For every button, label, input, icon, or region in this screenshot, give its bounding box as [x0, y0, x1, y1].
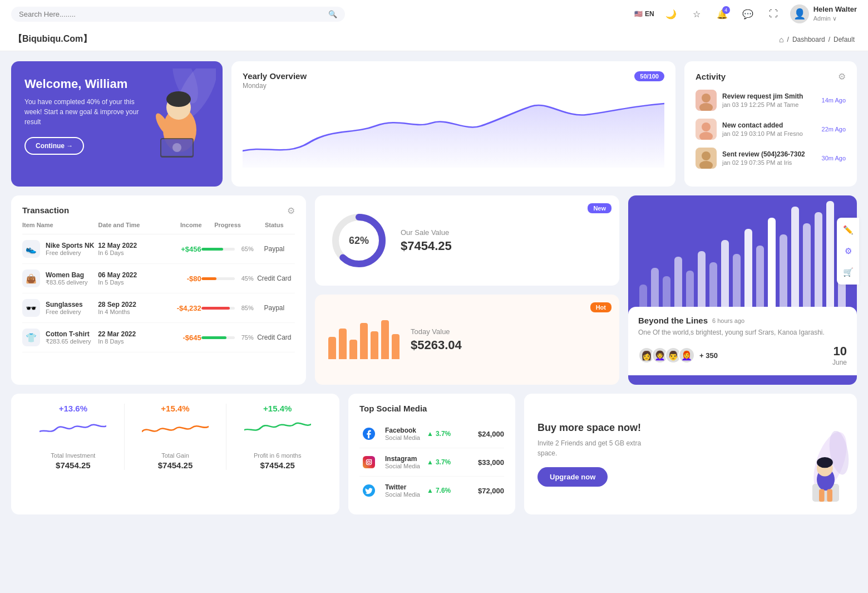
progress-fill	[201, 336, 226, 339]
item-icon: 👜	[22, 269, 40, 287]
activity-info-1: Review request jim Smith jan 03 19 12:25…	[722, 92, 816, 108]
avatar-4: 👩‍🦰	[678, 347, 695, 364]
row-1: Welcome, William You have completed 40% …	[11, 61, 857, 187]
stat-pct: +15.4%	[130, 404, 221, 413]
search-input[interactable]	[19, 10, 324, 18]
social-header: Top Social Media	[359, 404, 504, 413]
social-amount: $24,000	[478, 430, 504, 438]
stat-item: +15.4% Total Gain $7454.25	[125, 404, 227, 470]
progress-pct: 45%	[238, 275, 254, 282]
user-name: Helen Walter	[813, 5, 857, 14]
svg-point-31	[817, 457, 833, 468]
item-details: Nike Sports NK Free delivery	[46, 242, 94, 256]
activity-card: Activity ⚙ Review request jim Smith jan …	[684, 61, 857, 187]
progress-bar-wrap: 45%	[201, 275, 254, 282]
arrow-up-icon: ▲	[427, 430, 433, 438]
stat-pct: +13.6%	[28, 404, 119, 413]
sale-donut: 62%	[328, 210, 389, 271]
yearly-header: Yearly Overview Monday 50/100	[243, 71, 664, 90]
income-cell: -$4,232	[160, 304, 201, 312]
activity-header: Activity ⚙	[696, 71, 846, 82]
col-header-status: Status	[254, 222, 295, 228]
item-title: Nike Sports NK	[46, 242, 94, 249]
rt-icon-2[interactable]: ⚙	[840, 243, 856, 259]
social-info: Instagram Social Media	[385, 455, 420, 469]
beyond-footer: 👩 👩‍🦱 👨 👩‍🦰 + 350 10 June	[638, 344, 847, 366]
date-cell: 12 May 2022 In 6 Days	[98, 242, 160, 256]
home-icon[interactable]: ⌂	[779, 35, 783, 44]
big-bar-item	[686, 271, 694, 307]
sale-card: New 62% Our Sale Value $7454.25	[315, 195, 619, 286]
social-sub: Social Media	[385, 434, 420, 441]
progress-bar	[201, 248, 235, 251]
breadcrumb-current: Default	[834, 36, 855, 43]
item-name-cell: 👕 Cotton T-shirt ₹283.65 delivery	[22, 329, 98, 346]
breadcrumb-sep1: /	[787, 36, 789, 43]
beyond-title: Beyond the Lines	[638, 316, 708, 325]
income-cell: -$645	[160, 334, 201, 342]
item-icon: 👕	[22, 329, 40, 346]
big-bar-item	[721, 240, 729, 307]
big-bar-item	[826, 201, 834, 307]
progress-bar	[201, 277, 235, 280]
svg-point-16	[702, 151, 711, 160]
rt-icon-1[interactable]: ✏️	[840, 222, 856, 238]
status-cell: Credit Card	[254, 334, 295, 341]
activity-item-time-2: 22m Ago	[822, 126, 846, 133]
social-icon	[359, 453, 378, 472]
messages-button[interactable]: 💬	[739, 5, 757, 23]
beyond-avatars-row: 👩 👩‍🦱 👨 👩‍🦰 + 350	[638, 347, 718, 364]
activity-item: Review request jim Smith jan 03 19 12:25…	[696, 90, 846, 111]
fullscreen-button[interactable]: ⛶	[765, 5, 782, 23]
social-items: Facebook Social Media ▲ 3.7% $24,000 Ins…	[359, 420, 504, 504]
arrow-up-icon: ▲	[427, 487, 433, 494]
today-label: Today Value	[411, 327, 462, 336]
notifications-button[interactable]: 🔔 4	[713, 5, 731, 23]
row-2: Transaction ⚙ Item Name Date and Time In…	[11, 195, 857, 385]
stat-wave	[28, 418, 119, 445]
beyond-desc: One Of the world,s brightest, young surf…	[638, 327, 847, 337]
social-card: Top Social Media Facebook Social Media ▲…	[348, 394, 515, 514]
svg-point-13	[702, 122, 711, 131]
breadcrumb-dashboard[interactable]: Dashboard	[792, 36, 825, 43]
rt-icon-3[interactable]: 🛒	[840, 264, 856, 280]
date-cell: 28 Sep 2022 In 4 Months	[98, 301, 160, 315]
activity-gear-icon[interactable]: ⚙	[838, 71, 846, 82]
today-chart	[328, 320, 400, 359]
theme-toggle-button[interactable]: 🌙	[662, 5, 680, 23]
search-bar[interactable]: 🔍	[11, 7, 345, 22]
continue-button[interactable]: Continue →	[24, 137, 84, 155]
progress-pct: 85%	[238, 305, 254, 311]
social-sub: Social Media	[385, 491, 420, 498]
svg-point-10	[702, 94, 711, 102]
activity-thumb-3	[696, 148, 717, 169]
date-number: 10	[832, 344, 847, 359]
item-details: Cotton T-shirt ₹283.65 delivery	[46, 330, 91, 345]
income-cell: +$456	[160, 245, 201, 253]
stat-value: $7454.25	[28, 460, 119, 470]
notification-badge: 4	[722, 6, 730, 14]
big-bar-item	[815, 212, 822, 307]
beyond-section: Beyond the Lines 6 hours ago One Of the …	[628, 307, 857, 375]
middle-col: New 62% Our Sale Value $7454.25 Hot	[315, 195, 619, 385]
progress-bar	[201, 307, 235, 310]
stat-pct: +15.4%	[232, 404, 323, 413]
arrow-up-icon: ▲	[427, 458, 433, 466]
yearly-badge: 50/100	[634, 71, 664, 81]
progress-pct: 75%	[238, 334, 254, 341]
upgrade-illustration	[768, 437, 857, 514]
language-selector[interactable]: 🇺🇸 EN	[634, 10, 654, 18]
social-item: Twitter Social Media ▲ 7.6% $72,000	[359, 477, 504, 504]
welcome-card: Welcome, William You have completed 40% …	[11, 61, 223, 187]
social-icon	[359, 424, 378, 443]
transaction-gear-icon[interactable]: ⚙	[287, 205, 295, 216]
favorites-button[interactable]: ☆	[688, 5, 706, 23]
stat-wave	[130, 418, 221, 445]
topnav: 🔍 🇺🇸 EN 🌙 ☆ 🔔 4 💬 ⛶ 👤 Helen Walter Admin…	[0, 0, 868, 28]
upgrade-button[interactable]: Upgrade now	[537, 467, 608, 487]
breadcrumb-bar: 【Biqubiqu.Com】 ⌂ / Dashboard / Default	[0, 28, 868, 51]
big-bar-item	[709, 262, 717, 307]
social-name: Instagram	[385, 455, 420, 463]
big-chart-wrapper: Beyond the Lines 6 hours ago One Of the …	[628, 195, 857, 385]
user-menu[interactable]: 👤 Helen Walter Admin ∨	[790, 4, 857, 23]
